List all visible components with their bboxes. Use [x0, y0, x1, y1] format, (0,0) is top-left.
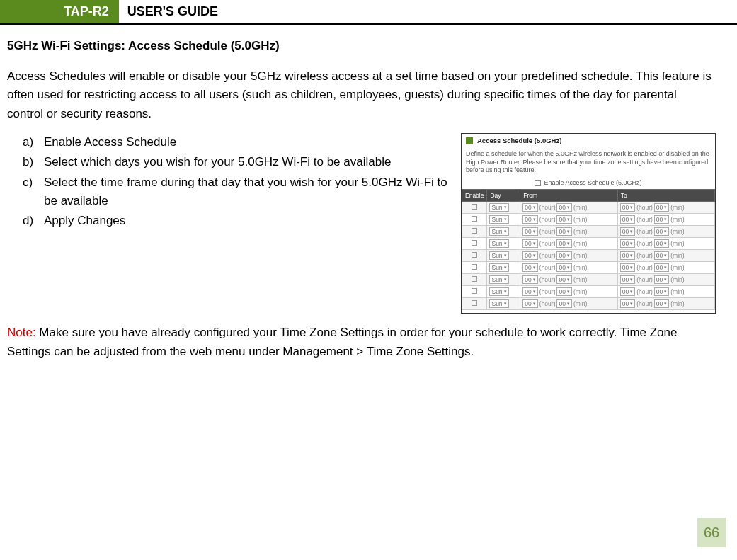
table-row: Sun▾00▾(hour)00▾(min)00▾(hour)00▾(min): [462, 226, 715, 238]
col-enable: Enable: [462, 190, 487, 202]
header-title: USER'S GUIDE: [119, 0, 227, 23]
chevron-down-icon: ▾: [504, 275, 507, 284]
chevron-down-icon: ▾: [504, 251, 507, 260]
chevron-down-icon: ▾: [504, 215, 507, 224]
hour-dropdown: 00▾: [522, 227, 537, 236]
minute-dropdown: 00▾: [654, 203, 669, 212]
hour-dropdown: 00▾: [522, 251, 537, 260]
hour-dropdown: 00▾: [620, 287, 635, 296]
hour-dropdown: 00▾: [620, 215, 635, 224]
steps-list: a)Enable Access Schedule b)Select which …: [23, 133, 448, 231]
minute-dropdown: 00▾: [556, 227, 571, 236]
minute-dropdown: 00▾: [654, 275, 669, 284]
minute-dropdown: 00▾: [556, 299, 571, 308]
minute-dropdown: 00▾: [556, 287, 571, 296]
hour-dropdown: 00▾: [522, 239, 537, 248]
hour-dropdown: 00▾: [620, 275, 635, 284]
hour-dropdown: 00▾: [522, 287, 537, 296]
checkbox-icon: [472, 288, 477, 294]
step-marker: b): [23, 153, 33, 171]
minute-dropdown: 00▾: [654, 215, 669, 224]
table-row: Sun▾00▾(hour)00▾(min)00▾(hour)00▾(min): [462, 286, 715, 298]
minute-dropdown: 00▾: [654, 251, 669, 260]
hour-dropdown: 00▾: [620, 227, 635, 236]
header-model: TAP-R2: [0, 0, 119, 23]
checkbox-icon: [472, 216, 477, 222]
minute-dropdown: 00▾: [654, 287, 669, 296]
intro-paragraph: Access Schedules will enable or disable …: [7, 67, 716, 123]
step-item: a)Enable Access Schedule: [23, 133, 448, 152]
table-row: Sun▾00▾(hour)00▾(min)00▾(hour)00▾(min): [462, 214, 715, 226]
checkbox-icon: [472, 300, 477, 306]
section-heading: 5GHz Wi-Fi Settings: Access Schedule (5.…: [7, 39, 716, 53]
note-paragraph: Note: Make sure you have already configu…: [7, 324, 716, 361]
checkbox-icon: [535, 180, 541, 186]
day-dropdown: Sun▾: [489, 227, 508, 236]
note-text: Make sure you have already configured yo…: [7, 326, 677, 358]
table-row: Sun▾00▾(hour)00▾(min)00▾(hour)00▾(min): [462, 298, 715, 310]
step-marker: c): [23, 173, 33, 192]
chevron-down-icon: ▾: [504, 287, 507, 296]
screenshot-panel: Access Schedule (5.0GHz) Define a schedu…: [461, 133, 716, 314]
steps-column: a)Enable Access Schedule b)Select which …: [7, 133, 448, 314]
step-text: Apply Changes: [44, 214, 125, 227]
minute-dropdown: 00▾: [556, 263, 571, 272]
schedule-table: Enable Day From To Sun▾00▾(hour)00▾(min)…: [462, 189, 715, 310]
screenshot-desc: Define a schedule for when the 5.0GHz wi…: [462, 147, 715, 179]
chevron-down-icon: ▾: [504, 239, 507, 248]
chevron-down-icon: ▾: [504, 263, 507, 272]
step-marker: a): [23, 133, 33, 152]
chevron-down-icon: ▾: [504, 227, 507, 236]
minute-dropdown: 00▾: [556, 239, 571, 248]
table-row: Sun▾00▾(hour)00▾(min)00▾(hour)00▾(min): [462, 250, 715, 262]
screenshot-enable-row: Enable Access Schedule (5.0GHz): [462, 179, 715, 189]
step-text: Select which days you wish for your 5.0G…: [44, 155, 391, 168]
table-row: Sun▾00▾(hour)00▾(min)00▾(hour)00▾(min): [462, 262, 715, 274]
chevron-down-icon: ▾: [504, 203, 507, 212]
day-dropdown: Sun▾: [489, 203, 508, 212]
hour-dropdown: 00▾: [620, 251, 635, 260]
checkbox-icon: [472, 204, 477, 210]
enable-label: Enable Access Schedule (5.0GHz): [544, 179, 641, 186]
hour-dropdown: 00▾: [522, 275, 537, 284]
day-dropdown: Sun▾: [489, 215, 508, 224]
step-item: c)Select the time frame during that day …: [23, 173, 448, 211]
checkbox-icon: [472, 252, 477, 258]
page-content: 5GHz Wi-Fi Settings: Access Schedule (5.…: [0, 25, 737, 361]
step-item: d)Apply Changes: [23, 212, 448, 230]
hour-dropdown: 00▾: [522, 203, 537, 212]
step-text: Enable Access Schedule: [44, 135, 176, 149]
hour-dropdown: 00▾: [620, 203, 635, 212]
checkbox-icon: [472, 228, 477, 234]
hour-dropdown: 00▾: [522, 215, 537, 224]
note-label: Note:: [7, 326, 36, 339]
checkbox-icon: [472, 240, 477, 246]
step-item: b)Select which days you wish for your 5.…: [23, 153, 448, 171]
hour-dropdown: 00▾: [620, 263, 635, 272]
hour-dropdown: 00▾: [620, 239, 635, 248]
step-marker: d): [23, 212, 33, 230]
minute-dropdown: 00▾: [654, 263, 669, 272]
chevron-down-icon: ▾: [504, 299, 507, 308]
day-dropdown: Sun▾: [489, 299, 508, 308]
minute-dropdown: 00▾: [556, 203, 571, 212]
minute-dropdown: 00▾: [556, 215, 571, 224]
hour-dropdown: 00▾: [522, 299, 537, 308]
page-header: TAP-R2 USER'S GUIDE: [0, 0, 737, 25]
col-from: From: [520, 190, 617, 202]
checkbox-icon: [472, 276, 477, 282]
hour-dropdown: 00▾: [620, 299, 635, 308]
page-number-badge: 66: [697, 518, 726, 547]
square-icon: [466, 137, 473, 144]
day-dropdown: Sun▾: [489, 239, 508, 248]
day-dropdown: Sun▾: [489, 287, 508, 296]
day-dropdown: Sun▾: [489, 251, 508, 260]
minute-dropdown: 00▾: [654, 227, 669, 236]
col-to: To: [617, 190, 714, 202]
minute-dropdown: 00▾: [556, 275, 571, 284]
minute-dropdown: 00▾: [654, 239, 669, 248]
day-dropdown: Sun▾: [489, 275, 508, 284]
day-dropdown: Sun▾: [489, 263, 508, 272]
step-text: Select the time frame during that day th…: [44, 176, 447, 207]
col-day: Day: [487, 190, 520, 202]
